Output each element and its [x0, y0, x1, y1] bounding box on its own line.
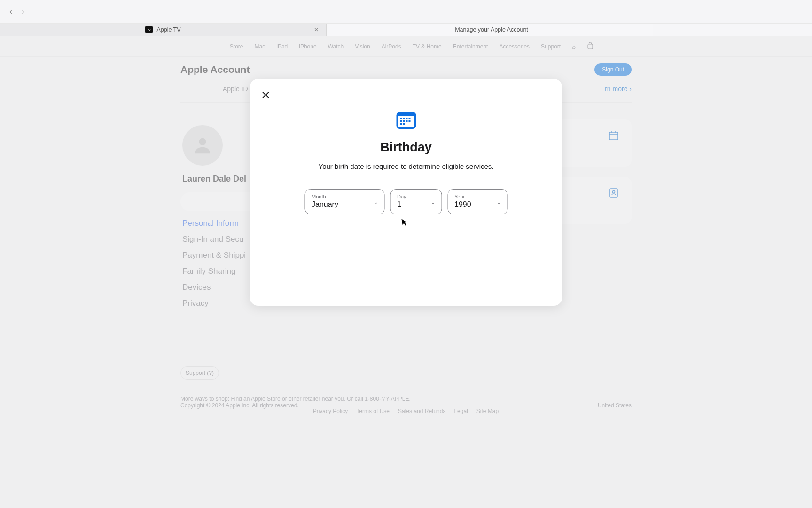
global-nav: Store Mac iPad iPhone Watch Vision AirPo…	[0, 36, 812, 57]
svg-rect-12	[400, 118, 402, 119]
banner-prefix: Apple ID	[223, 85, 248, 93]
svg-rect-21	[403, 123, 405, 125]
nav-vision[interactable]: Vision	[355, 43, 370, 50]
svg-rect-18	[406, 120, 407, 122]
footer-link-sales[interactable]: Sales and Refunds	[398, 408, 445, 414]
page-title: Apple Account	[180, 64, 250, 75]
id-icon	[608, 187, 619, 198]
learn-more-link[interactable]: rn more ›	[605, 85, 632, 93]
chevron-down-icon: ⌄	[430, 198, 436, 206]
svg-rect-15	[408, 118, 410, 119]
sign-out-button[interactable]: Sign Out	[594, 64, 632, 76]
footer-link-legal[interactable]: Legal	[454, 408, 468, 414]
svg-rect-14	[406, 118, 407, 119]
svg-rect-20	[400, 123, 402, 125]
svg-point-1	[199, 138, 206, 145]
svg-point-7	[613, 191, 615, 193]
month-select[interactable]: Month January ⌄	[304, 189, 384, 214]
chevron-down-icon: ⌄	[496, 198, 501, 206]
tab-bar: tv Apple TV ✕ Manage your Apple Account	[0, 24, 812, 36]
year-value: 1990	[454, 200, 490, 210]
forward-button[interactable]: ›	[22, 7, 24, 16]
tab-manage-account[interactable]: Manage your Apple Account	[327, 24, 653, 36]
birthday-modal: Birthday Your birth date is required to …	[250, 79, 562, 306]
browser-toolbar: ‹ ›	[0, 0, 812, 24]
footer-link-terms[interactable]: Terms of Use	[356, 408, 390, 414]
svg-rect-17	[403, 120, 405, 122]
chevron-down-icon: ⌄	[373, 198, 378, 206]
day-value: 1	[397, 200, 424, 210]
svg-rect-13	[403, 118, 405, 119]
footer-country[interactable]: United States	[598, 402, 632, 414]
nav-support[interactable]: Support	[541, 43, 561, 50]
bag-icon[interactable]	[587, 42, 593, 51]
tab-label: Manage your Apple Account	[455, 26, 528, 33]
footer-copyright: Copyright © 2024 Apple Inc. All rights r…	[180, 402, 299, 414]
nav-mac[interactable]: Mac	[255, 43, 265, 50]
tab-label: Apple TV	[156, 26, 180, 33]
footer: Support (?) More ways to shop: Find an A…	[180, 310, 632, 414]
nav-entertainment[interactable]: Entertainment	[453, 43, 488, 50]
svg-rect-19	[408, 120, 410, 122]
nav-ipad[interactable]: iPad	[276, 43, 288, 50]
close-modal-button[interactable]	[260, 89, 272, 101]
avatar[interactable]	[182, 125, 223, 166]
nav-airpods[interactable]: AirPods	[382, 43, 401, 50]
tab-apple-tv[interactable]: tv Apple TV ✕	[0, 24, 327, 36]
search-icon[interactable]: ⌕	[572, 43, 576, 50]
calendar-icon	[608, 130, 619, 141]
footer-link-privacy[interactable]: Privacy Policy	[313, 408, 348, 414]
footer-more: More ways to shop: Find an Apple Store o…	[180, 396, 632, 402]
year-select[interactable]: Year 1990 ⌄	[447, 189, 508, 214]
svg-rect-16	[400, 120, 402, 122]
footer-support[interactable]: Support (?)	[180, 366, 219, 380]
nav-accessories[interactable]: Accessories	[499, 43, 530, 50]
year-label: Year	[454, 194, 490, 200]
month-label: Month	[312, 194, 367, 200]
day-label: Day	[397, 194, 424, 200]
nav-iphone[interactable]: iPhone	[299, 43, 316, 50]
modal-subtitle: Your birth date is required to determine…	[319, 162, 494, 170]
modal-title: Birthday	[380, 140, 432, 155]
day-select[interactable]: Day 1 ⌄	[390, 189, 442, 214]
close-tab-button[interactable]: ✕	[314, 26, 319, 33]
back-button[interactable]: ‹	[9, 7, 12, 16]
svg-rect-2	[609, 132, 618, 140]
month-value: January	[312, 200, 367, 210]
footer-link-sitemap[interactable]: Site Map	[476, 408, 499, 414]
nav-watch[interactable]: Watch	[328, 43, 344, 50]
account-header: Apple Account Sign Out	[180, 57, 632, 82]
nav-tvhome[interactable]: TV & Home	[413, 43, 442, 50]
calendar-icon	[395, 109, 417, 130]
apple-tv-icon: tv	[145, 26, 153, 33]
nav-store[interactable]: Store	[230, 43, 243, 50]
svg-rect-0	[588, 44, 593, 49]
